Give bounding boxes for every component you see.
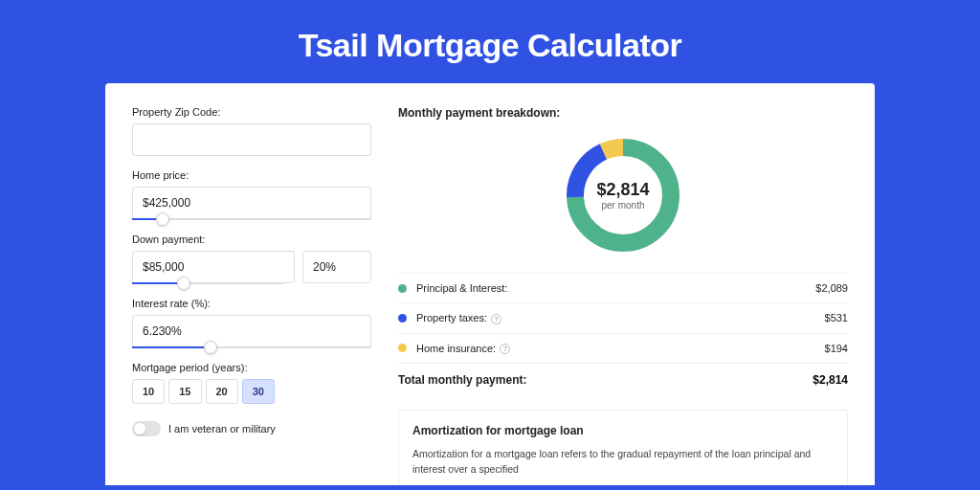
down-label: Down payment: [132,234,371,245]
price-label: Home price: [132,169,371,181]
down-slider[interactable] [132,282,283,284]
legend-label: Property taxes:? [416,312,825,324]
breakdown-column: Monthly payment breakdown: $2,814 per mo… [398,106,848,485]
zip-input[interactable] [132,123,371,156]
legend-dot-icon [398,284,407,293]
legend-value: $194 [825,343,848,354]
zip-label: Property Zip Code: [132,106,371,118]
amortization-title: Amortization for mortgage loan [412,424,834,437]
legend-row-insurance: Home insurance:? $194 [398,333,848,364]
calculator-card: Property Zip Code: Home price: Down paym… [105,83,875,485]
legend-label: Principal & Interest: [416,282,815,294]
legend-label: Home insurance:? [416,343,825,355]
amortization-text: Amortization for a mortgage loan refers … [412,447,834,478]
amortization-box: Amortization for mortgage loan Amortizat… [398,410,848,485]
period-button-15[interactable]: 15 [168,379,201,404]
down-field-group: Down payment: [132,234,371,284]
price-slider[interactable] [132,218,371,220]
info-icon[interactable]: ? [491,314,501,324]
down-amount-input[interactable] [132,251,295,283]
zip-field-group: Property Zip Code: [132,106,371,156]
period-button-20[interactable]: 20 [206,379,238,404]
slider-thumb-icon[interactable] [204,341,217,354]
period-button-10[interactable]: 10 [132,379,165,404]
rate-slider[interactable] [132,346,371,348]
veteran-toggle-label: I am veteran or military [168,423,276,434]
donut-center: $2,814 per month [561,133,685,257]
period-label: Mortgage period (years): [132,362,371,373]
rate-input[interactable] [132,315,371,347]
legend-dot-icon [398,314,407,323]
slider-thumb-icon[interactable] [177,277,190,290]
donut-chart-wrap: $2,814 per month [398,133,848,257]
donut-sub: per month [601,200,644,211]
price-field-group: Home price: [132,169,371,220]
legend-row-taxes: Property taxes:? $531 [398,302,848,333]
breakdown-title: Monthly payment breakdown: [398,106,848,120]
info-icon[interactable]: ? [500,344,510,354]
toggle-knob-icon [134,423,145,434]
legend-value: $2,089 [815,282,848,294]
rate-label: Interest rate (%): [132,298,371,309]
donut-amount: $2,814 [596,180,649,200]
total-value: $2,814 [813,373,848,387]
page-title: Tsail Mortgage Calculator [0,0,980,83]
rate-field-group: Interest rate (%): [132,298,371,348]
veteran-toggle[interactable] [132,421,161,436]
total-label: Total monthly payment: [398,373,813,387]
down-percent-input[interactable] [302,251,371,283]
period-field-group: Mortgage period (years): 10 15 20 30 [132,362,371,404]
period-button-group: 10 15 20 30 [132,379,371,404]
total-row: Total monthly payment: $2,814 [398,363,848,396]
period-button-30[interactable]: 30 [242,379,275,404]
donut-chart: $2,814 per month [561,133,685,257]
legend-row-principal: Principal & Interest: $2,089 [398,273,848,302]
input-column: Property Zip Code: Home price: Down paym… [132,106,371,485]
veteran-toggle-row: I am veteran or military [132,421,371,436]
slider-thumb-icon[interactable] [156,212,169,226]
legend-value: $531 [825,312,848,323]
legend-dot-icon [398,344,407,352]
